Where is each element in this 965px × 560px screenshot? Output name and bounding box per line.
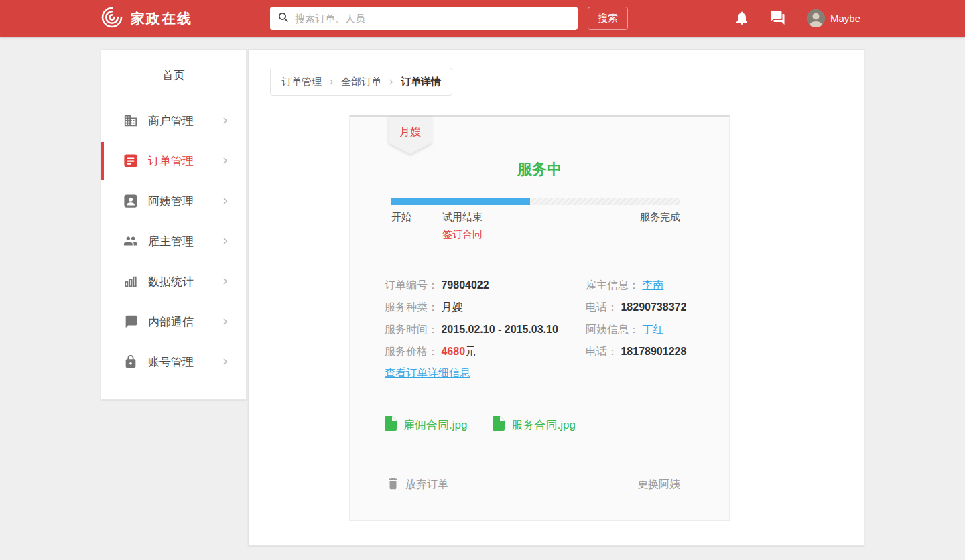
service-time-value: 2015.02.10 - 2015.03.10	[441, 324, 558, 335]
sidebar-item-label: 账号管理	[148, 354, 194, 370]
aunt-phone-label: 电话：	[586, 346, 618, 357]
progress-label-complete: 服务完成	[640, 211, 680, 224]
chevron-right-icon	[220, 357, 230, 369]
chevron-right-icon	[220, 156, 230, 168]
sidebar-item-home[interactable]: 首页	[101, 50, 246, 100]
employer-phone-value: 18290738372	[621, 301, 686, 313]
sidebar-item-label: 阿姨管理	[148, 194, 194, 209]
price-unit: 元	[465, 346, 476, 357]
aunt-row: 阿姨信息： 丁红	[586, 318, 686, 340]
abandon-order-label: 放弃订单	[405, 478, 448, 492]
progress-label-start: 开始	[391, 211, 411, 224]
order-type-badge: 月嫂	[399, 125, 421, 154]
abandon-order-button[interactable]: 放弃订单	[387, 477, 448, 492]
sidebar-item-label: 商户管理	[148, 113, 194, 129]
attachment-name: 服务合同.jpg	[511, 417, 575, 433]
progress-area: 开始 试用结束 服务完成 签订合同	[391, 198, 680, 241]
progress-track	[391, 198, 680, 205]
order-details: 订单编号： 79804022 服务种类： 月嫂 服务时间： 2015.02.10…	[385, 274, 729, 380]
user-avatar[interactable]	[807, 9, 825, 27]
order-number-value: 79804022	[441, 279, 489, 291]
aunt-label: 阿姨信息：	[586, 324, 639, 335]
sign-contract-link[interactable]: 签订合同	[442, 228, 680, 241]
sidebar-item-label: 内部通信	[148, 314, 194, 330]
sidebar: 首页 商户管理 订单管理	[101, 49, 247, 400]
attachments: 雇佣合同.jpg 服务合同.jpg	[385, 416, 729, 434]
attachment-employment-contract[interactable]: 雇佣合同.jpg	[385, 416, 467, 434]
change-aunt-button[interactable]: 更换阿姨	[637, 478, 680, 492]
service-price-value: 4680	[441, 346, 465, 357]
breadcrumb-all-orders[interactable]: 全部订单	[341, 76, 381, 88]
sidebar-item-orders[interactable]: 订单管理	[101, 141, 246, 181]
sidebar-item-merchants[interactable]: 商户管理	[101, 100, 246, 141]
messages-icon[interactable]	[769, 10, 786, 29]
aunt-name-link[interactable]: 丁红	[642, 324, 663, 335]
chat-bubble-icon	[123, 314, 138, 329]
order-actions: 放弃订单 更换阿姨	[387, 477, 680, 492]
service-time-label: 服务时间：	[385, 324, 438, 335]
sidebar-item-label: 雇主管理	[148, 234, 194, 249]
top-bar: 家政在线 搜索 Maybe	[0, 0, 965, 37]
search-button[interactable]: 搜索	[588, 7, 628, 30]
employer-name-link[interactable]: 李南	[642, 279, 663, 291]
chevron-right-icon	[220, 317, 230, 329]
search-box	[270, 7, 578, 30]
aunt-phone-row: 电话： 18178901228	[586, 340, 686, 362]
sidebar-item-employers[interactable]: 雇主管理	[101, 221, 246, 261]
people-icon	[123, 234, 138, 249]
progress-label-trial-end: 试用结束	[442, 211, 482, 224]
divider	[383, 401, 692, 401]
service-type-value: 月嫂	[441, 301, 462, 313]
trash-icon	[387, 477, 399, 492]
breadcrumb-separator-icon	[328, 76, 335, 88]
brand[interactable]: 家政在线	[101, 0, 192, 37]
employer-row: 雇主信息： 李南	[586, 274, 686, 296]
username[interactable]: Maybe	[830, 0, 860, 37]
sidebar-item-label: 订单管理	[148, 153, 194, 169]
progress-fill	[391, 198, 530, 205]
order-number-label: 订单编号：	[385, 279, 438, 291]
attachment-name: 雇佣合同.jpg	[403, 417, 467, 433]
file-icon	[385, 416, 397, 434]
main-panel: 订单管理 全部订单 订单详情 月嫂 服务中 开始 试用结束 服务完成 签订	[248, 49, 864, 546]
sidebar-item-account[interactable]: 账号管理	[101, 342, 246, 382]
chevron-right-icon	[220, 116, 230, 128]
service-type-label: 服务种类：	[385, 301, 438, 313]
divider	[383, 259, 692, 259]
file-icon	[493, 416, 505, 434]
breadcrumb: 订单管理 全部订单 订单详情	[270, 68, 452, 96]
breadcrumb-separator-icon	[387, 76, 395, 88]
lock-icon	[123, 354, 138, 369]
sidebar-item-statistics[interactable]: 数据统计	[101, 261, 246, 301]
bar-chart-icon	[123, 274, 138, 289]
breadcrumb-order-detail: 订单详情	[401, 76, 441, 88]
building-icon	[123, 113, 138, 128]
notifications-bell-icon[interactable]	[734, 10, 750, 29]
employer-phone-row: 电话： 18290738372	[586, 296, 686, 318]
aunt-phone-value: 18178901228	[621, 346, 686, 357]
employer-label: 雇主信息：	[586, 279, 639, 291]
brand-logo-icon	[101, 6, 123, 31]
sidebar-item-label: 数据统计	[148, 274, 194, 289]
chevron-right-icon	[220, 277, 230, 289]
person-badge-icon	[123, 194, 138, 208]
attachment-service-contract[interactable]: 服务合同.jpg	[493, 416, 575, 434]
breadcrumb-orders[interactable]: 订单管理	[281, 76, 322, 88]
chevron-right-icon	[220, 196, 230, 208]
order-type-ribbon: 月嫂	[389, 117, 432, 154]
employer-phone-label: 电话：	[586, 301, 618, 313]
order-card: 月嫂 服务中 开始 试用结束 服务完成 签订合同 订单编号： 79804022	[349, 115, 730, 521]
search-icon	[277, 11, 289, 25]
sidebar-item-communication[interactable]: 内部通信	[101, 301, 246, 342]
search-input[interactable]	[295, 13, 570, 24]
chevron-right-icon	[220, 236, 230, 249]
order-document-icon	[123, 153, 138, 168]
sidebar-item-aunts[interactable]: 阿姨管理	[101, 181, 246, 221]
view-order-detail-link[interactable]: 查看订单详细信息	[385, 366, 470, 380]
brand-title: 家政在线	[131, 9, 192, 28]
order-status: 服务中	[350, 159, 729, 180]
service-price-label: 服务价格：	[385, 346, 438, 357]
